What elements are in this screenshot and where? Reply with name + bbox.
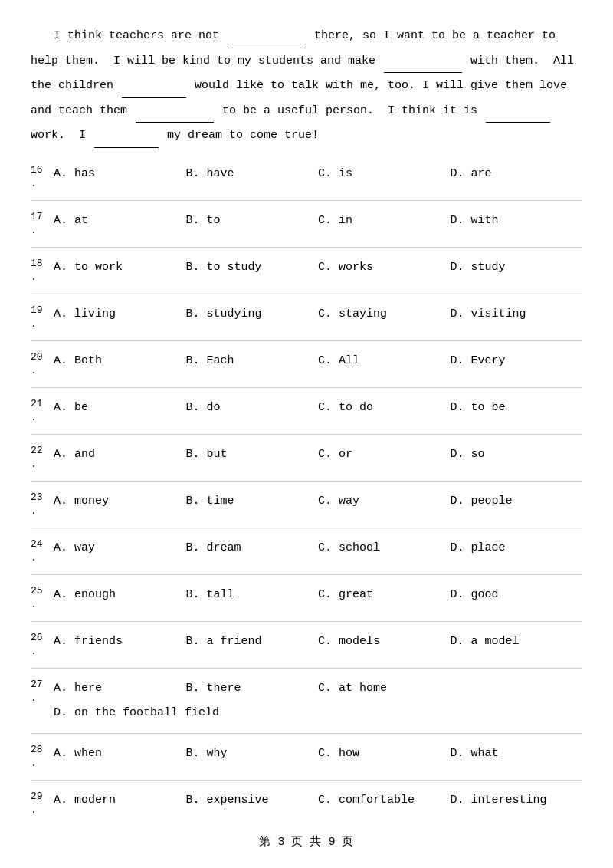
question-row-16: 16.A. hasB. haveC. isD. are	[31, 162, 582, 192]
option-26-3: C. models	[318, 630, 451, 654]
option-19-1: A. living	[54, 302, 186, 327]
page-info: 第 3 页 共 9 页	[259, 836, 353, 849]
option-26-1: A. friends	[54, 630, 186, 654]
option-29-2: B. expensive	[186, 788, 319, 813]
divider-20	[31, 387, 582, 388]
option-28-2: B. why	[186, 741, 319, 766]
option-28-1: A. when	[54, 741, 186, 766]
divider-22	[31, 481, 582, 482]
option-20-2: B. Each	[186, 349, 319, 373]
option-23-2: B. time	[186, 489, 319, 514]
option-17-3: C. in	[318, 209, 451, 233]
question-row-25: 25.A. enoughB. tallC. greatD. good	[31, 583, 582, 613]
options-28: A. whenB. whyC. howD. what	[54, 741, 582, 766]
option-16-3: C. is	[318, 162, 451, 186]
option-19-4: D. visiting	[451, 302, 583, 327]
options-26: A. friendsB. a friendC. modelsD. a model	[54, 630, 582, 654]
options-21: A. beB. doC. to doD. to be	[54, 396, 582, 420]
option-24-2: B. dream	[186, 536, 319, 561]
option-26-2: B. a friend	[186, 630, 319, 654]
option-23-1: A. money	[54, 489, 186, 514]
options-19: A. livingB. studyingC. stayingD. visitin…	[54, 302, 582, 327]
options-27: A. hereB. thereC. at homeD. on the footb…	[54, 676, 582, 725]
options-24: A. wayB. dreamC. schoolD. place	[54, 536, 582, 561]
option-24-3: C. school	[318, 536, 451, 561]
option-21-2: B. do	[186, 396, 319, 420]
option-25-1: A. enough	[54, 583, 186, 607]
option-28-4: D. what	[451, 741, 583, 766]
option-17-2: B. to	[186, 209, 319, 233]
option-23-4: D. people	[451, 489, 583, 514]
option-24-1: A. way	[54, 536, 186, 561]
question-number-25: 25.	[31, 583, 54, 612]
options-20: A. BothB. EachC. AllD. Every	[54, 349, 582, 373]
option-27-4: D. on the football field	[54, 701, 318, 725]
question-number-27: 27.	[31, 676, 54, 705]
question-row-27: 27.A. hereB. thereC. at homeD. on the fo…	[31, 676, 582, 725]
divider-19	[31, 340, 582, 341]
options-18: A. to workB. to studyC. worksD. study	[54, 255, 582, 280]
option-18-3: C. works	[318, 255, 451, 280]
option-25-3: C. great	[318, 583, 451, 607]
question-number-28: 28.	[31, 741, 54, 771]
option-23-3: C. way	[318, 489, 451, 514]
option-20-1: A. Both	[54, 349, 186, 373]
option-29-3: C. comfortable	[318, 788, 451, 813]
option-22-2: B. but	[186, 442, 319, 467]
option-25-2: B. tall	[186, 583, 319, 607]
question-row-18: 18.A. to workB. to studyC. worksD. study	[31, 255, 582, 286]
options-22: A. andB. butC. orD. so	[54, 442, 582, 467]
question-row-24: 24.A. wayB. dreamC. schoolD. place	[31, 536, 582, 567]
option-26-4: D. a model	[451, 630, 583, 654]
question-row-22: 22.A. andB. butC. orD. so	[31, 442, 582, 473]
options-25: A. enoughB. tallC. greatD. good	[54, 583, 582, 607]
option-17-1: A. at	[54, 209, 186, 233]
question-number-23: 23.	[31, 489, 54, 518]
divider-21	[31, 434, 582, 435]
question-number-20: 20.	[31, 349, 54, 378]
question-number-16: 16.	[31, 162, 54, 191]
question-number-18: 18.	[31, 255, 54, 284]
options-17: A. atB. toC. inD. with	[54, 209, 582, 233]
option-18-4: D. study	[451, 255, 583, 280]
question-row-26: 26.A. friendsB. a friendC. modelsD. a mo…	[31, 630, 582, 660]
question-row-28: 28.A. whenB. whyC. howD. what	[31, 741, 582, 772]
option-21-1: A. be	[54, 396, 186, 420]
option-22-4: D. so	[451, 442, 583, 467]
options-23: A. moneyB. timeC. wayD. people	[54, 489, 582, 514]
option-20-3: C. All	[318, 349, 451, 373]
option-29-4: D. interesting	[451, 788, 583, 813]
option-24-4: D. place	[451, 536, 583, 561]
options-16: A. hasB. haveC. isD. are	[54, 162, 582, 186]
question-number-29: 29.	[31, 788, 54, 817]
page-footer: 第 3 页 共 9 页	[31, 834, 582, 849]
divider-24	[31, 574, 582, 575]
divider-23	[31, 528, 582, 528]
option-16-4: D. are	[451, 162, 583, 186]
question-row-17: 17.A. atB. toC. inD. with	[31, 209, 582, 239]
question-row-29: 29.A. modernB. expensiveC. comfortableD.…	[31, 788, 582, 819]
passage-text: I think teachers are not there, so I wan…	[31, 23, 582, 148]
question-number-19: 19.	[31, 302, 54, 331]
option-20-4: D. Every	[451, 349, 583, 373]
question-row-20: 20.A. BothB. EachC. AllD. Every	[31, 349, 582, 380]
divider-17	[31, 247, 582, 248]
option-22-3: C. or	[318, 442, 451, 467]
option-19-3: C. staying	[318, 302, 451, 327]
option-25-4: D. good	[451, 583, 583, 607]
divider-28	[31, 780, 582, 781]
question-row-19: 19.A. livingB. studyingC. stayingD. visi…	[31, 302, 582, 333]
option-22-1: A. and	[54, 442, 186, 467]
option-27-3: C. at home	[318, 676, 451, 701]
option-29-1: A. modern	[54, 788, 186, 813]
question-row-23: 23.A. moneyB. timeC. wayD. people	[31, 489, 582, 520]
option-16-1: A. has	[54, 162, 186, 186]
option-28-3: C. how	[318, 741, 451, 766]
option-27-1: A. here	[54, 676, 186, 701]
option-21-3: C. to do	[318, 396, 451, 420]
divider-18	[31, 294, 582, 294]
question-number-21: 21.	[31, 396, 54, 425]
question-number-24: 24.	[31, 536, 54, 565]
option-18-1: A. to work	[54, 255, 186, 280]
option-27-2: B. there	[186, 676, 319, 701]
